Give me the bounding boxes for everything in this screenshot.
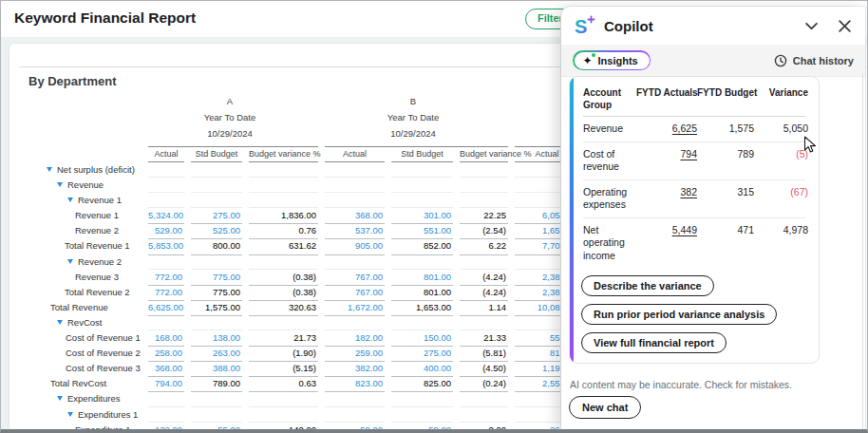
chat-history-label: Chat history	[793, 55, 854, 66]
fytd-actuals-cell[interactable]: 5,449	[636, 218, 697, 269]
value-link[interactable]: 767.00	[325, 270, 385, 286]
value-cell	[391, 407, 453, 423]
row-group-label[interactable]: RevCost	[21, 315, 142, 330]
value-link[interactable]: 275.00	[391, 346, 453, 362]
value-cell: 21.33	[460, 330, 508, 347]
value-link[interactable]: 801.00	[391, 270, 453, 286]
date-row: 10/29/2024 10/29/2024	[21, 125, 591, 141]
new-chat-button[interactable]: New chat	[569, 396, 641, 419]
value-link[interactable]: 5,324.00	[148, 208, 184, 224]
row-label: Total Revenue 2	[21, 285, 142, 301]
value-link[interactable]: 775.00	[191, 270, 242, 286]
period-row: Year To Date Year To Date	[21, 109, 591, 125]
chat-history-button[interactable]: Chat history	[774, 54, 854, 67]
row-group-label[interactable]: Revenue 2	[21, 254, 142, 270]
value-link[interactable]: 259.00	[325, 346, 385, 362]
collapse-triangle-icon[interactable]	[67, 198, 73, 202]
row-label[interactable]: Revenue 3	[21, 270, 142, 286]
row-label[interactable]: Revenue 1	[21, 208, 142, 224]
row-group-label[interactable]: Net surplus (deficit)	[21, 162, 142, 178]
collapse-triangle-icon[interactable]	[57, 396, 63, 401]
value-cell: 800.00	[191, 238, 242, 254]
value-link[interactable]: 263.00	[191, 346, 242, 362]
row-label[interactable]: Revenue 2	[21, 223, 142, 239]
value-link[interactable]: 368.00	[325, 208, 385, 224]
value-cell: 775.00	[191, 285, 242, 301]
value-link[interactable]: 182.00	[325, 330, 385, 347]
value-link[interactable]: 537.00	[325, 223, 385, 239]
collapse-triangle-icon[interactable]	[67, 412, 73, 417]
panel-scrollbar[interactable]	[862, 73, 863, 429]
copilot-header: S Copilot	[561, 7, 865, 45]
value-link[interactable]: 168.00	[148, 330, 184, 347]
collapse-triangle-icon[interactable]	[57, 182, 63, 187]
value-link[interactable]: 794.00	[148, 376, 184, 392]
value-cell	[249, 162, 318, 178]
value-cell: 0.63	[249, 376, 318, 392]
value-link[interactable]: 823.00	[325, 376, 385, 392]
value-link[interactable]: 525.00	[191, 223, 242, 239]
value-cell	[325, 162, 385, 178]
value-link[interactable]: 5,853.00	[148, 238, 184, 254]
copilot-panel: S Copilot ✦ Insights	[561, 7, 865, 429]
value-cell	[148, 391, 184, 406]
value-cell	[191, 407, 242, 423]
value-link[interactable]: 59.00	[325, 423, 385, 433]
chevron-down-icon[interactable]	[804, 19, 819, 33]
value-link[interactable]: 301.00	[391, 208, 453, 224]
value-link[interactable]: 767.00	[325, 285, 385, 301]
row-label[interactable]: Cost of Revenue 2	[21, 346, 142, 362]
suggestion-button[interactable]: Describe the variance	[581, 275, 714, 296]
row-group-label[interactable]: Expenditures 1	[21, 407, 142, 423]
account-table-row: Net operating income5,4494714,978	[583, 218, 805, 269]
header-variance: Variance	[754, 81, 808, 116]
copilot-logo-icon: S	[575, 15, 596, 37]
value-link[interactable]: 59.00	[391, 423, 453, 433]
collapse-triangle-icon[interactable]	[67, 259, 73, 264]
value-link[interactable]: 368.00	[148, 361, 184, 377]
value-link[interactable]: 138.00	[191, 330, 242, 347]
row-label[interactable]: Cost of Revenue 3	[21, 361, 142, 377]
value-link[interactable]: 382.00	[325, 361, 385, 377]
fytd-actuals-cell[interactable]: 382	[636, 180, 697, 217]
value-link[interactable]: 55.00	[191, 423, 242, 433]
table-row: RevCost	[21, 315, 591, 330]
row-group-label[interactable]: Revenue	[21, 178, 142, 193]
value-link[interactable]: 275.00	[191, 208, 242, 224]
value-link[interactable]: 6,625.00	[148, 300, 184, 316]
value-cell: 825.00	[391, 376, 453, 392]
value-cell	[191, 162, 242, 178]
value-link[interactable]: 772.00	[148, 270, 184, 286]
suggestion-button[interactable]: View full financial report	[581, 332, 726, 353]
fytd-actuals-cell[interactable]: 794	[636, 142, 697, 179]
section-title: By Department	[28, 74, 116, 88]
value-link[interactable]: 1,672.00	[325, 300, 385, 316]
collapse-triangle-icon[interactable]	[57, 320, 63, 325]
row-group-label[interactable]: Revenue 1	[21, 193, 142, 208]
variance-cell: 4,978	[754, 218, 808, 269]
value-link[interactable]: 400.00	[391, 361, 453, 377]
suggestion-button[interactable]: Run prior period variance analysis	[581, 304, 777, 325]
value-link[interactable]: 132.00	[148, 423, 184, 433]
account-table-body: Revenue6,6251,5755,050Cost of revenue794…	[583, 117, 805, 268]
row-label[interactable]: Expenditure 1	[21, 423, 142, 433]
app-window: Keyword Financial Report Filter By Depar…	[0, 0, 868, 433]
value-cell: (4.24)	[460, 285, 508, 301]
value-cell	[460, 178, 508, 193]
fytd-actuals-cell[interactable]: 6,625	[636, 117, 697, 141]
value-link[interactable]: 529.00	[148, 223, 184, 239]
value-link[interactable]: 258.00	[148, 346, 184, 362]
row-label: Total Revenue	[21, 300, 142, 316]
close-icon[interactable]	[838, 19, 852, 33]
collapse-triangle-icon[interactable]	[47, 167, 52, 172]
value-link[interactable]: 905.00	[325, 238, 385, 254]
insights-button[interactable]: ✦ Insights	[573, 50, 651, 70]
value-link[interactable]: 388.00	[191, 361, 242, 377]
value-cell	[460, 193, 508, 208]
value-link[interactable]: 150.00	[391, 330, 453, 347]
row-group-label[interactable]: Expenditures	[21, 391, 142, 406]
row-label[interactable]: Cost of Revenue 1	[21, 330, 142, 347]
value-link[interactable]: 551.00	[391, 223, 453, 239]
value-link[interactable]: 772.00	[148, 285, 184, 301]
account-table-row: Revenue6,6251,5755,050	[583, 117, 805, 142]
